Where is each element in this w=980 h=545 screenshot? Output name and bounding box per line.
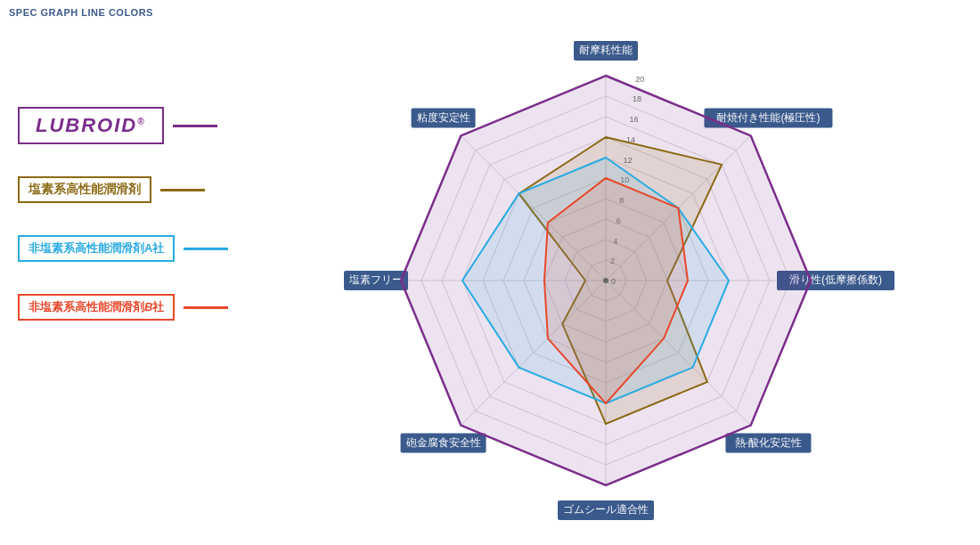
legend-item-non-chlorine-b: 非塩素系高性能潤滑剤B社	[18, 294, 228, 321]
chlorine-line	[160, 189, 205, 191]
radar-chart: 2468101214161820耐摩耗性能耐焼付き性能(極圧性)滑り性(低摩擦係…	[276, 18, 953, 534]
legend: LUBROID® 塩素系高性能潤滑剤 非塩素系高性能潤滑剤A社 非塩素系高性能潤…	[18, 107, 228, 321]
svg-text:20: 20	[635, 75, 644, 84]
svg-text:耐焼付き性能(極圧性): 耐焼付き性能(極圧性)	[716, 111, 820, 124]
svg-text:塩素フリー: 塩素フリー	[348, 273, 403, 286]
non-chlorine-a-line	[184, 248, 228, 250]
svg-point-48	[603, 278, 608, 283]
svg-text:砲金腐食安全性: 砲金腐食安全性	[405, 436, 481, 449]
non-chlorine-b-line	[184, 306, 228, 309]
non-chlorine-a-label: 非塩素系高性能潤滑剤A社	[18, 235, 175, 262]
svg-text:ゴムシール適合性: ゴムシール適合性	[563, 503, 649, 516]
svg-text:耐摩耗性能: 耐摩耗性能	[579, 44, 633, 56]
radar-svg: 2468101214161820耐摩耗性能耐焼付き性能(極圧性)滑り性(低摩擦係…	[276, 18, 953, 534]
legend-item-non-chlorine-a: 非塩素系高性能潤滑剤A社	[18, 235, 228, 262]
legend-item-chlorine: 塩素系高性能潤滑剤	[18, 176, 228, 203]
non-chlorine-b-label: 非塩素系高性能潤滑剤B社	[18, 294, 175, 321]
lubroid-dot: ®	[137, 117, 145, 126]
svg-text:0: 0	[611, 277, 616, 286]
svg-text:熱·酸化安定性: 熱·酸化安定性	[735, 436, 802, 449]
chlorine-label: 塩素系高性能潤滑剤	[18, 176, 151, 203]
lubroid-label: LUBROID®	[18, 107, 164, 144]
legend-item-lubroid: LUBROID®	[18, 107, 228, 144]
svg-text:粘度安定性: 粘度安定性	[417, 111, 470, 124]
page-title: SPEC GRAPH LINE COLORS	[9, 7, 153, 18]
lubroid-line	[173, 125, 217, 127]
